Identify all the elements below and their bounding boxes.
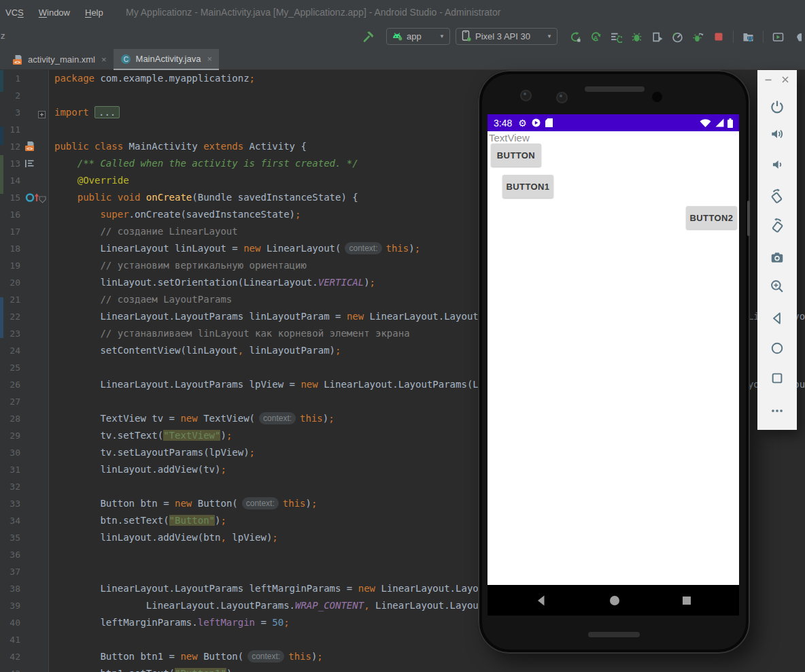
- nav-home-button[interactable]: [608, 594, 621, 610]
- run-restart-icon[interactable]: [570, 31, 581, 43]
- build-hammer-icon[interactable]: [362, 31, 375, 43]
- rotate-left-button[interactable]: [770, 188, 785, 203]
- running-devices-icon[interactable]: [772, 31, 784, 43]
- fold-chevron-icon[interactable]: [38, 193, 47, 206]
- device-file-explorer-icon[interactable]: [742, 31, 754, 43]
- android-nav-bar: [487, 585, 739, 616]
- code-segment: linLayoutParam): [243, 345, 335, 356]
- app-button-button2[interactable]: BUTTON2: [686, 206, 737, 229]
- status-system-icons: [700, 118, 733, 128]
- camera-button[interactable]: [770, 250, 785, 265]
- nav-recents-button[interactable]: [680, 594, 693, 610]
- line-number: 31: [0, 461, 20, 478]
- line-number: 39: [0, 597, 20, 614]
- line-number: 15: [0, 189, 20, 206]
- code-segment: import: [54, 107, 89, 118]
- fold-plus-icon[interactable]: [38, 108, 46, 121]
- gutter: 36: [0, 546, 49, 563]
- toolbar-action-icons: A: [570, 27, 804, 46]
- emulator-window: 3:48 ⚙ TextView BUTTONBUTTON1BUTTON2: [478, 70, 750, 654]
- menu-item-help[interactable]: Help: [85, 7, 103, 18]
- code-segment: ;: [284, 617, 289, 628]
- power-side-button: [747, 201, 750, 236]
- code-segment: (Bundle savedInstanceState) {: [192, 192, 358, 203]
- gutter: 29: [0, 427, 49, 444]
- nav-back-button[interactable]: [534, 594, 548, 610]
- gutter: 18: [0, 240, 49, 257]
- gutter: 25: [0, 359, 49, 376]
- run-config-selector[interactable]: app ▼: [386, 28, 450, 45]
- app-button-button1[interactable]: BUTTON1: [502, 175, 553, 198]
- profile-restart-icon[interactable]: [692, 31, 704, 43]
- device-selector[interactable]: Pixel 3 API 30 ▼: [456, 28, 558, 45]
- code-segment: ;: [328, 413, 334, 424]
- code-segment: Button btn1 =: [54, 651, 180, 662]
- menu-item-vcs[interactable]: VCS: [5, 7, 24, 18]
- code-segment: ,: [238, 345, 243, 356]
- code-text: LinearLayout linLayout = new LinearLayou…: [54, 240, 420, 257]
- gutter: 28: [0, 410, 49, 427]
- close-icon[interactable]: ×: [101, 54, 107, 65]
- gutter: 38: [0, 580, 49, 597]
- gutter: 35: [0, 529, 49, 546]
- code-text: Button btn1 = new Button(context:this);: [54, 648, 323, 665]
- code-text: package com.example.myapplicationz;: [54, 70, 255, 87]
- code-segment: ): [323, 413, 328, 424]
- profiler-icon[interactable]: [672, 31, 683, 43]
- overview-button[interactable]: [770, 371, 785, 386]
- code-segment: btn1.setText(: [54, 668, 175, 672]
- debug-icon[interactable]: [631, 31, 643, 43]
- code-segment: Button btn =: [54, 498, 175, 509]
- android-status-bar: 3:48 ⚙: [487, 114, 739, 131]
- line-number: 34: [0, 512, 20, 529]
- android-studio-window: VCSWindowHelp My Applicationz - MainActi…: [0, 0, 805, 672]
- code-text: /** Called when the activity is first cr…: [54, 155, 358, 172]
- code-segment: btn.setText(: [54, 515, 169, 526]
- code-segment: ): [409, 243, 414, 254]
- sensor-dot: [652, 92, 662, 102]
- apply-code-changes-icon[interactable]: [611, 31, 622, 43]
- code-segment: public void: [54, 192, 146, 203]
- partial-icon-icon[interactable]: [793, 31, 804, 43]
- line-number: 41: [0, 631, 20, 648]
- status-time: 3:48: [494, 118, 512, 129]
- code-segment: ;: [335, 345, 341, 356]
- code-segment: MainActivity: [123, 141, 203, 152]
- apply-changes-icon[interactable]: A: [590, 31, 602, 43]
- stop-icon[interactable]: [713, 31, 724, 43]
- line-number: 37: [0, 563, 20, 580]
- rotate-right-button[interactable]: [770, 218, 785, 233]
- volume-down-button[interactable]: [770, 157, 785, 172]
- attach-debugger-icon[interactable]: [651, 31, 663, 43]
- zoom-button[interactable]: [770, 279, 785, 294]
- code-segment: ;: [220, 464, 226, 475]
- power-button[interactable]: [770, 99, 785, 114]
- code-segment: com.example.myapplicationz: [95, 73, 250, 84]
- code-segment: TextView(: [198, 413, 255, 424]
- minimize-button[interactable]: [763, 74, 774, 85]
- code-segment: new: [180, 651, 197, 662]
- code-text: import ...: [54, 104, 120, 121]
- tab-activity_main-xml[interactable]: <>activity_main.xml×: [5, 49, 114, 70]
- gutter: 26: [0, 376, 49, 393]
- line-number: 43: [0, 665, 20, 672]
- inlay-hint: context:: [242, 497, 279, 509]
- back-button[interactable]: [770, 311, 785, 326]
- method-list-gutter-icon[interactable]: [24, 158, 35, 171]
- window-title: My Applicationz - MainActivity.java [My_…: [126, 7, 500, 18]
- code-segment: leftMarginParams.: [54, 617, 198, 628]
- emulator-toolbar: [757, 70, 797, 430]
- menu-bar: VCSWindowHelp My Applicationz - MainActi…: [0, 0, 805, 24]
- code-segment: lpView): [226, 532, 272, 543]
- menu-item-window[interactable]: Window: [39, 7, 70, 18]
- gutter: 39: [0, 597, 49, 614]
- more-button[interactable]: [770, 403, 785, 418]
- tab-MainActivity-java[interactable]: CMainActivity.java×: [114, 49, 219, 70]
- app-button-button[interactable]: BUTTON: [491, 144, 541, 167]
- camera-lens: [520, 90, 532, 101]
- home-button[interactable]: [770, 341, 785, 356]
- close-button[interactable]: [780, 74, 791, 85]
- volume-up-button[interactable]: [770, 127, 785, 141]
- close-icon[interactable]: ×: [207, 54, 212, 64]
- android-file-gutter-icon[interactable]: <>: [24, 141, 35, 154]
